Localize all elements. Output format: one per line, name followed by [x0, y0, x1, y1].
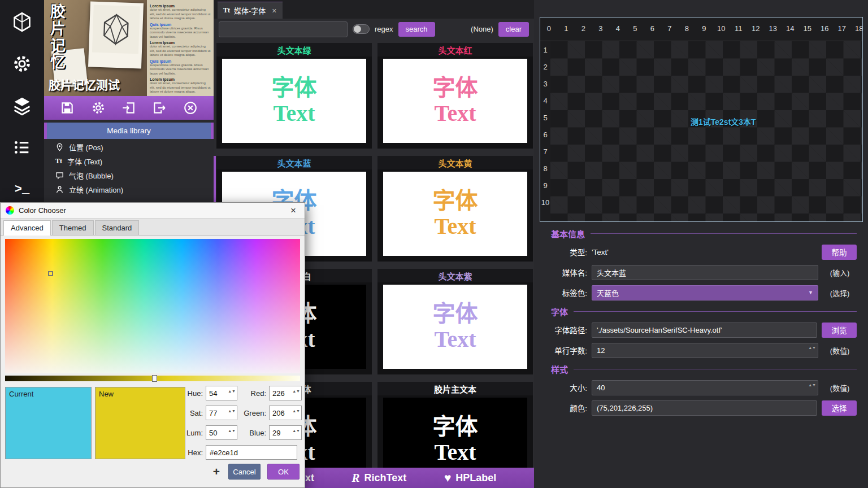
size-spinner[interactable]: 40 ▲▼ [592, 380, 818, 395]
search-row: regex search (None) clear [214, 19, 534, 40]
dialog-title: Color Chooser [19, 206, 66, 215]
section-style: 样式 [551, 360, 857, 377]
ruler-top-number: 2 [575, 18, 592, 41]
help-button[interactable]: 帮助 [822, 245, 857, 260]
canvas-checkerboard[interactable]: 测1试Te2st文3本T [550, 41, 862, 221]
ruler-top-number: 1 [558, 18, 575, 41]
app-logo-icon[interactable] [9, 9, 35, 35]
tab-themed[interactable]: Themed [52, 220, 94, 235]
list-icon[interactable] [9, 134, 35, 160]
spinner-arrows-icon[interactable]: ▲▼ [292, 428, 300, 433]
property-row-font-path: 字体路径: './assets/SourceHanSerifSC-Heavy.o… [551, 320, 857, 340]
pick-color-button[interactable]: 选择 [822, 400, 857, 416]
spinner-arrows-icon[interactable]: ▲▼ [292, 408, 300, 413]
import-icon[interactable] [119, 98, 138, 117]
media-name-input[interactable]: 头文本蓝 [592, 265, 818, 280]
ruler-left-number: 4 [540, 92, 550, 109]
new-label: New [99, 390, 114, 398]
spinner-arrows-icon[interactable]: ▲▼ [292, 389, 300, 394]
luminance-slider[interactable] [5, 376, 300, 381]
library-item-position[interactable]: 位置 (Pos) [44, 140, 214, 154]
color-wheel-icon [6, 206, 14, 215]
spinner-arrows-icon[interactable]: ▲▼ [808, 382, 816, 387]
property-row-type: 类型: 'Text' 帮助 [551, 242, 857, 262]
media-card[interactable]: 头文本黄 字体Text [377, 156, 533, 262]
news-body: suspendisse ultrices gravida. Risus comm… [150, 63, 211, 76]
settings-icon[interactable] [9, 51, 35, 77]
library-item-text[interactable]: Tt 字体 (Text) [44, 154, 214, 168]
hue-spinner[interactable]: 54▲▼ [206, 386, 237, 400]
news-header: Quis ipsum [150, 23, 211, 27]
library-item-bubble[interactable]: 气泡 (Bubble) [44, 168, 214, 182]
media-library-title: Media library [107, 127, 150, 135]
color-gradient-picker[interactable] [5, 239, 300, 373]
lum-spinner[interactable]: 50▲▼ [206, 425, 237, 440]
spinner-arrows-icon[interactable]: ▲▼ [228, 408, 236, 413]
tab-media-font[interactable]: Tt 媒体-字体 × [218, 2, 283, 19]
green-spinner[interactable]: 206▲▼ [269, 406, 302, 420]
ok-button[interactable]: OK [267, 464, 300, 480]
spinner-arrows-icon[interactable]: ▲▼ [808, 345, 816, 350]
browse-button[interactable]: 浏览 [822, 323, 857, 338]
close-circle-icon[interactable] [181, 98, 200, 117]
color-value-input[interactable]: (75,201,226,255) [592, 400, 817, 416]
slider-handle[interactable] [152, 375, 157, 382]
tab-close-icon[interactable]: × [272, 6, 276, 15]
inspector-panel: 0123456789101112131415161718 12345678910… [534, 0, 868, 488]
gradient-marker[interactable] [48, 271, 53, 276]
media-card[interactable]: 头文本紫 字体Text [377, 269, 533, 374]
add-color-button[interactable]: + [211, 464, 222, 480]
sat-spinner[interactable]: 77▲▼ [206, 406, 237, 420]
ruler-left-number: 7 [540, 143, 550, 160]
tab-standard[interactable]: Standard [95, 220, 140, 235]
section-font: 字体 [551, 303, 857, 320]
gear-icon[interactable] [89, 98, 108, 117]
rich-text-button[interactable]: R RichText [352, 471, 407, 485]
tag-color-label: 标签色: [551, 287, 587, 298]
tab-advanced[interactable]: Advanced [3, 220, 51, 236]
library-item-animation[interactable]: 立绘 (Animation) [44, 182, 214, 197]
tag-color-dropdown[interactable]: 天蓝色 ▼ [592, 285, 818, 300]
media-card[interactable]: 头文本红 字体Text [377, 43, 533, 149]
line-chars-spinner[interactable]: 12 ▲▼ [592, 343, 818, 358]
hplabel-button[interactable]: ♥ HPLabel [444, 471, 497, 485]
text-icon: Tt [55, 157, 62, 165]
library-item-label: 位置 (Pos) [69, 142, 103, 152]
dialog-close-icon[interactable]: × [287, 205, 300, 216]
canvas-preview-text[interactable]: 测1试Te2st文3本T [691, 116, 756, 127]
filter-status: (None) [471, 25, 493, 33]
preview-canvas[interactable]: 0123456789101112131415161718 12345678910… [540, 17, 863, 222]
media-card[interactable]: 头文本绿 字体Text [216, 43, 372, 149]
current-color-swatch: Current [5, 387, 92, 459]
export-icon[interactable] [150, 98, 169, 117]
regex-toggle[interactable] [353, 24, 370, 34]
ruler-top-number: 14 [782, 18, 799, 41]
dialog-title-bar[interactable]: Color Chooser × [1, 203, 305, 219]
terminal-glyph: >_ [15, 182, 29, 197]
search-input[interactable] [219, 21, 348, 37]
clear-button[interactable]: clear [498, 22, 529, 37]
terminal-icon[interactable]: >_ [9, 176, 35, 202]
layers-icon[interactable] [9, 93, 35, 119]
cancel-button[interactable]: Cancel [228, 464, 261, 480]
number-hint: (数值) [823, 382, 857, 393]
search-button[interactable]: search [398, 22, 435, 37]
red-spinner[interactable]: 226▲▼ [269, 386, 302, 400]
news-header: Lorem ipsum [150, 4, 211, 8]
save-icon[interactable] [58, 98, 77, 117]
app-window: >_ 胶片记忆 胶片记忆测试 Lorem ipsum dolor sit ame… [0, 0, 868, 488]
person-icon [55, 185, 64, 194]
font-path-input[interactable]: './assets/SourceHanSerifSC-Heavy.otf' [592, 323, 817, 338]
spinner-arrows-icon[interactable]: ▲▼ [228, 428, 236, 433]
tab-label: 媒体-字体 [234, 5, 266, 16]
spinner-arrows-icon[interactable]: ▲▼ [228, 389, 236, 394]
project-thumbnail[interactable]: 胶片记忆 胶片记忆测试 Lorem ipsum dolor sit amet, … [44, 0, 214, 96]
news-body: dolor sit amet, consectetur adipiscing e… [150, 8, 211, 21]
media-name-label: 媒体名: [551, 267, 587, 278]
ruler-top-number: 16 [816, 18, 834, 41]
blue-spinner[interactable]: 29▲▼ [269, 425, 302, 440]
regex-label: regex [375, 25, 393, 33]
hex-input[interactable]: #e2ce1d [206, 445, 297, 460]
rich-text-icon: R [352, 471, 360, 485]
media-card[interactable]: 胶片主文本 字体Text [377, 382, 533, 468]
